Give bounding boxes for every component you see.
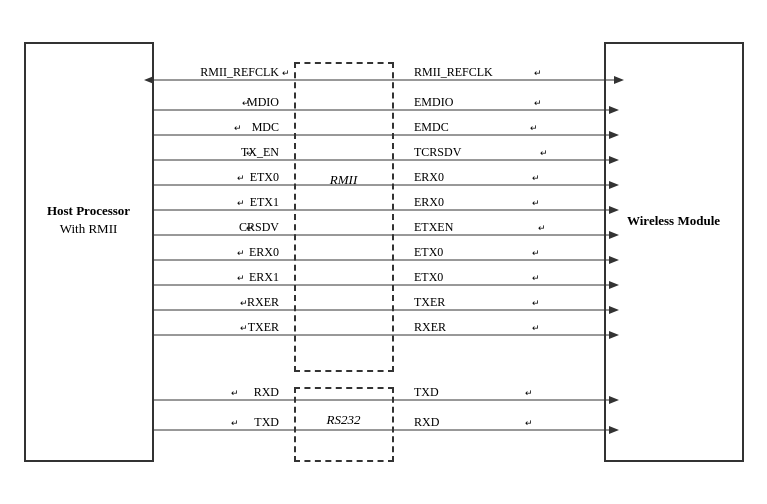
- svg-marker-46: [609, 396, 619, 404]
- svg-text:↵: ↵: [525, 418, 533, 428]
- svg-text:ETX0: ETX0: [249, 170, 278, 184]
- svg-marker-2: [144, 76, 154, 84]
- svg-text:TXER: TXER: [247, 320, 278, 334]
- svg-text:↵: ↵: [237, 198, 245, 208]
- svg-text:↵: ↵: [532, 298, 540, 308]
- svg-text:EMDIO: EMDIO: [414, 95, 454, 109]
- svg-marker-34: [609, 281, 619, 289]
- svg-marker-6: [609, 106, 619, 114]
- svg-text:↵: ↵: [231, 388, 239, 398]
- svg-text:↵: ↵: [540, 148, 548, 158]
- svg-text:TCRSDV: TCRSDV: [414, 145, 462, 159]
- svg-text:↵: ↵: [532, 323, 540, 333]
- svg-text:↵: ↵: [240, 298, 248, 308]
- svg-text:↵: ↵: [532, 173, 540, 183]
- svg-text:MDIO: MDIO: [247, 95, 279, 109]
- svg-text:↵: ↵: [237, 248, 245, 258]
- svg-text:↵: ↵: [538, 223, 546, 233]
- svg-marker-38: [609, 306, 619, 314]
- svg-text:↵: ↵: [532, 273, 540, 283]
- svg-text:RXER: RXER: [414, 320, 446, 334]
- svg-text:RXER: RXER: [246, 295, 278, 309]
- svg-text:↵: ↵: [234, 123, 242, 133]
- svg-text:↵: ↵: [240, 323, 248, 333]
- svg-text:TXD: TXD: [254, 415, 279, 429]
- svg-text:RMII_REFCLK: RMII_REFCLK: [414, 65, 493, 79]
- svg-text:ERX0: ERX0: [414, 195, 444, 209]
- svg-marker-18: [609, 181, 619, 189]
- svg-text:↵: ↵: [246, 148, 254, 158]
- svg-text:↵: ↵: [237, 173, 245, 183]
- svg-marker-30: [609, 256, 619, 264]
- svg-text:↵: ↵: [282, 68, 290, 78]
- svg-text:ETX1: ETX1: [249, 195, 278, 209]
- svg-text:↵: ↵: [242, 98, 250, 108]
- svg-text:RXD: RXD: [253, 385, 279, 399]
- svg-text:↵: ↵: [237, 273, 245, 283]
- svg-marker-1: [614, 76, 624, 84]
- svg-text:↵: ↵: [525, 388, 533, 398]
- diagram-inner: Host Processor With RMII Wireless Module…: [24, 22, 744, 482]
- svg-text:EMDC: EMDC: [414, 120, 449, 134]
- svg-text:TXD: TXD: [414, 385, 439, 399]
- svg-text:↵: ↵: [530, 123, 538, 133]
- svg-text:MDC: MDC: [251, 120, 278, 134]
- svg-marker-14: [609, 156, 619, 164]
- svg-text:ERX0: ERX0: [249, 245, 279, 259]
- svg-marker-42: [609, 331, 619, 339]
- svg-text:ERX1: ERX1: [249, 270, 279, 284]
- svg-text:ETX0: ETX0: [414, 245, 443, 259]
- svg-text:↵: ↵: [534, 98, 542, 108]
- svg-text:TXER: TXER: [414, 295, 445, 309]
- svg-text:ETX0: ETX0: [414, 270, 443, 284]
- svg-text:↵: ↵: [532, 198, 540, 208]
- svg-marker-22: [609, 206, 619, 214]
- svg-text:↵: ↵: [246, 223, 254, 233]
- signal-lines-svg: RMII_REFCLK RMII_REFCLK MDIO EMDIO MDC E…: [24, 22, 744, 482]
- svg-text:ETXEN: ETXEN: [414, 220, 454, 234]
- svg-marker-10: [609, 131, 619, 139]
- svg-text:↵: ↵: [231, 418, 239, 428]
- svg-marker-50: [609, 426, 619, 434]
- svg-text:↵: ↵: [532, 248, 540, 258]
- svg-marker-26: [609, 231, 619, 239]
- svg-text:↵: ↵: [534, 68, 542, 78]
- svg-text:ERX0: ERX0: [414, 170, 444, 184]
- svg-text:RXD: RXD: [414, 415, 440, 429]
- svg-text:RMII_REFCLK: RMII_REFCLK: [200, 65, 279, 79]
- diagram-container: Host Processor With RMII Wireless Module…: [0, 0, 767, 504]
